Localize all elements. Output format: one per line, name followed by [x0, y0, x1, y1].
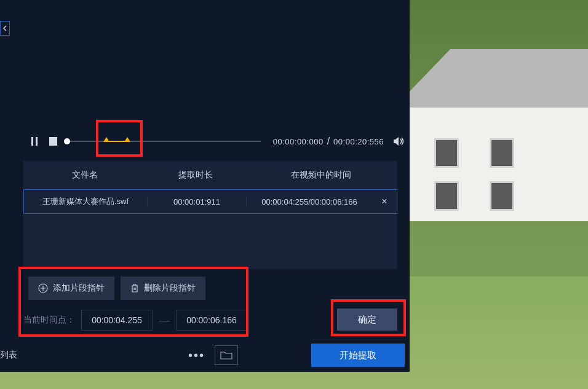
time-range-row: 当前时间点： —	[23, 310, 247, 331]
close-button[interactable]	[0, 21, 10, 36]
current-time: 00:00:00:000	[273, 137, 324, 146]
svg-rect-0	[31, 137, 33, 146]
stop-button[interactable]	[49, 137, 58, 146]
segments-table: 文件名 提取时长 在视频中的时间 王珊新媒体大赛作品.swf 00:00:01:…	[23, 161, 397, 269]
start-time-input[interactable]	[81, 310, 153, 331]
list-label: 列表	[0, 350, 17, 361]
end-time-input[interactable]	[176, 310, 247, 331]
extract-dialog: 00:00:00:000 / 00:00:20:556 文件名 提取时长 在视频…	[0, 0, 410, 372]
plus-circle-icon	[38, 283, 48, 293]
table-header: 文件名 提取时长 在视频中的时间	[23, 161, 397, 189]
row-remove-button[interactable]: ×	[372, 196, 397, 207]
header-duration: 提取时长	[146, 170, 245, 181]
selection-range[interactable]	[106, 141, 127, 142]
time-range-label: 当前时间点：	[23, 315, 75, 326]
svg-rect-1	[36, 137, 38, 146]
range-end-marker[interactable]	[124, 137, 130, 142]
bottom-bar: 列表 ••• 开始提取	[0, 339, 410, 372]
add-pointer-button[interactable]: 添加片段指针	[28, 277, 114, 300]
folder-button[interactable]	[215, 345, 238, 365]
playback-controls: 00:00:00:000 / 00:00:20:556	[18, 132, 405, 151]
delete-pointer-button[interactable]: 删除片段指针	[121, 277, 205, 300]
volume-icon[interactable]	[392, 136, 405, 147]
header-range: 在视频中的时间	[245, 170, 397, 181]
add-pointer-label: 添加片段指针	[53, 283, 105, 294]
cell-filename: 王珊新媒体大赛作品.swf	[24, 196, 147, 207]
cell-duration: 00:00:01:911	[148, 197, 246, 206]
start-extract-button[interactable]: 开始提取	[311, 344, 405, 367]
range-dash: —	[159, 314, 170, 327]
range-start-marker[interactable]	[103, 137, 109, 142]
header-filename: 文件名	[23, 170, 146, 181]
timeline-scrubber[interactable]	[67, 134, 260, 149]
total-time: 00:00:20:556	[333, 137, 384, 146]
trash-icon	[130, 283, 139, 293]
folder-icon	[220, 350, 232, 360]
more-button[interactable]: •••	[183, 345, 210, 366]
confirm-button[interactable]: 确定	[337, 308, 397, 331]
table-row[interactable]: 王珊新媒体大赛作品.swf 00:00:01:911 00:00:04:255/…	[23, 189, 397, 214]
delete-pointer-label: 删除片段指针	[144, 283, 196, 294]
pause-button[interactable]	[27, 134, 42, 149]
cell-range: 00:00:04:255/00:00:06:166	[247, 197, 372, 206]
video-preview	[18, 0, 406, 120]
pointer-buttons: 添加片段指针 删除片段指针	[28, 277, 205, 300]
